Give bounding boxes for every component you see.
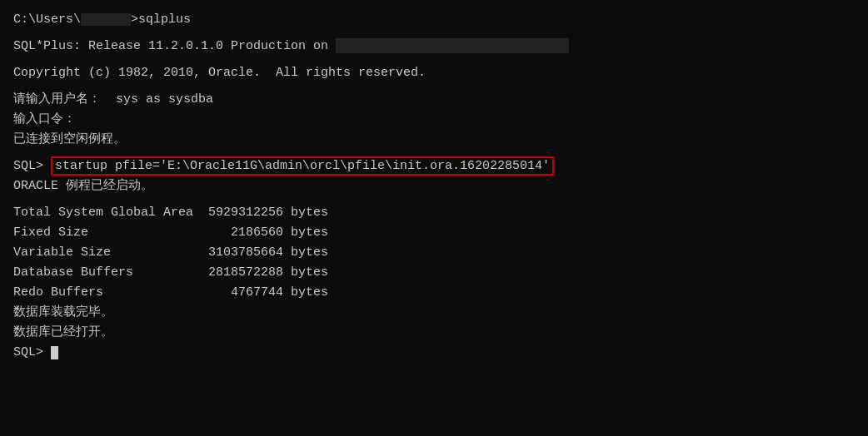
line-total-sga: Total System Global Area 5929312256 byte…	[13, 203, 855, 223]
line-oracle-started: ORACLE 例程已经启动。	[13, 176, 855, 196]
line-sqlplus-version: SQL*Plus: Release 11.2.0.1.0 Production …	[13, 37, 855, 57]
line-enter-password: 输入口令：	[13, 110, 855, 130]
line-path: C:\Users\ >sqlplus	[13, 10, 855, 30]
line-variable-size: Variable Size 3103785664 bytes	[13, 243, 855, 263]
line-db-opened: 数据库已经打开。	[13, 323, 855, 343]
line-fixed-size: Fixed Size 2186560 bytes	[13, 223, 855, 243]
line-copyright: Copyright (c) 1982, 2010, Oracle. All ri…	[13, 63, 855, 83]
startup-command: startup pfile='E:\Oracle11G\admin\orcl\p…	[51, 156, 554, 176]
terminal-cursor	[51, 346, 58, 360]
terminal-window: C:\Users\ >sqlplus SQL*Plus: Release 11.…	[13, 10, 855, 426]
line-sql-prompt[interactable]: SQL>	[13, 343, 855, 363]
line-redo-buffers: Redo Buffers 4767744 bytes	[13, 283, 855, 303]
line-db-mounted: 数据库装载完毕。	[13, 303, 855, 323]
line-sql-command: SQL> startup pfile='E:\Oracle11G\admin\o…	[13, 156, 855, 176]
redacted-username	[81, 13, 131, 26]
sql-prompt: SQL>	[13, 159, 51, 173]
redacted-date	[336, 38, 569, 53]
line-database-buffers: Database Buffers 2818572288 bytes	[13, 263, 855, 283]
line-enter-username: 请输入用户名： sys as sysdba	[13, 90, 855, 110]
line-connected-idle: 已连接到空闲例程。	[13, 130, 855, 150]
